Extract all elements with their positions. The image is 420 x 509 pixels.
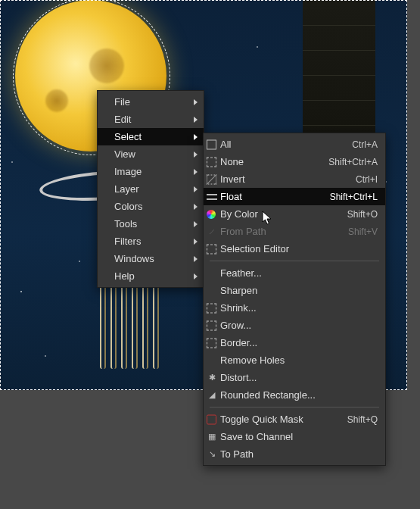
submenu-item-distort[interactable]: ✱ Distort... [204,369,385,386]
submenu-item-grow[interactable]: Grow... [204,317,385,334]
submenu-item-none[interactable]: None Shift+Ctrl+A [204,153,385,170]
submenu-item-by-color[interactable]: By Color Shift+O [204,205,385,223]
submenu-arrow-icon [194,239,198,245]
menu-label: Float [220,191,330,202]
submenu-item-float[interactable]: Float Shift+Ctrl+L [204,188,385,205]
border-icon [207,338,216,348]
menu-item-file[interactable]: File [98,93,204,111]
submenu-item-toggle-quick-mask[interactable]: Toggle Quick Mask Shift+Q [204,411,385,428]
submenu-item-shrink[interactable]: Shrink... [204,299,385,317]
menu-item-view[interactable]: View [98,145,204,163]
select-submenu: All Ctrl+A None Shift+Ctrl+A Invert Ctrl… [203,133,386,466]
menu-separator [210,407,379,408]
menu-accel: Ctrl+A [352,139,378,150]
float-icon [207,194,217,200]
menu-label: Sharpen [220,285,378,296]
submenu-arrow-icon [194,134,198,140]
menu-label: Invert [220,173,356,185]
submenu-arrow-icon [194,169,198,175]
menu-label: Select [114,131,196,142]
from-path-icon: ⟋ [207,226,217,237]
menu-label: Distort... [220,372,378,383]
submenu-arrow-icon [194,186,198,192]
submenu-item-sharpen[interactable]: Sharpen [204,282,385,299]
menu-accel: Ctrl+I [356,174,378,185]
submenu-arrow-icon [194,256,198,262]
menu-label: File [114,96,196,108]
submenu-arrow-icon [194,117,198,123]
by-color-icon [207,210,216,219]
menu-accel: Shift+O [347,209,378,220]
submenu-item-save-to-channel[interactable]: ▦ Save to Channel [204,428,385,445]
menu-item-select[interactable]: Select [98,128,204,145]
select-none-icon [207,157,216,167]
submenu-item-to-path[interactable]: ↘ To Path [204,445,385,463]
menu-label: Windows [114,253,196,264]
menu-accel: Shift+Ctrl+A [328,157,378,167]
menu-accel: Shift+Q [347,414,378,425]
menu-item-layer[interactable]: Layer [98,180,204,198]
submenu-item-rounded-rectangle[interactable]: ◢ Rounded Rectangle... [204,386,385,404]
menu-label: Layer [114,183,196,195]
invert-icon [207,174,216,184]
grow-icon [207,320,216,330]
menu-label: None [220,156,328,167]
menu-item-windows[interactable]: Windows [98,250,204,267]
menu-label: Remove Holes [220,354,378,366]
shrink-icon [207,303,216,313]
menu-label: Edit [114,114,196,125]
menu-accel: Shift+Ctrl+L [330,192,378,202]
submenu-item-all[interactable]: All Ctrl+A [204,136,385,153]
menu-label: To Path [220,448,378,460]
menu-label: Selection Editor [220,243,378,254]
menu-label: Colors [114,201,196,212]
selection-editor-icon [207,244,216,254]
menu-item-image[interactable]: Image [98,163,204,180]
submenu-arrow-icon [194,273,198,279]
menu-item-edit[interactable]: Edit [98,111,204,128]
submenu-arrow-icon [194,221,198,227]
menu-label: Shrink... [220,302,378,314]
submenu-arrow-icon [194,99,198,105]
menu-separator [210,261,379,261]
menu-label: Feather... [220,267,378,279]
submenu-item-feather[interactable]: Feather... [204,264,385,282]
menu-label: Border... [220,337,378,348]
select-all-icon [207,139,216,149]
menu-label: Toggle Quick Mask [220,414,347,425]
menu-label: Help [114,270,196,282]
menu-item-filters[interactable]: Filters [98,233,204,250]
to-path-icon: ↘ [207,449,217,460]
menu-label: Tools [114,218,196,230]
menu-item-help[interactable]: Help [98,267,204,285]
submenu-item-selection-editor[interactable]: Selection Editor [204,240,385,258]
submenu-item-from-path: ⟋ From Path Shift+V [204,223,385,240]
main-menu: File Edit Select View Image Layer Colors… [97,90,204,288]
quick-mask-icon [207,414,216,424]
menu-accel: Shift+V [348,226,378,237]
distort-icon: ✱ [207,373,217,383]
menu-item-colors[interactable]: Colors [98,198,204,215]
menu-label: Filters [114,236,196,247]
menu-label: Image [114,166,196,177]
submenu-item-invert[interactable]: Invert Ctrl+I [204,170,385,188]
submenu-item-border[interactable]: Border... [204,334,385,351]
save-to-channel-icon: ▦ [207,432,217,442]
menu-label: Grow... [220,320,378,331]
submenu-arrow-icon [194,151,198,158]
menu-label: Save to Channel [220,431,378,442]
submenu-arrow-icon [194,204,198,210]
menu-label: All [220,139,352,150]
menu-label: From Path [220,226,348,237]
submenu-item-remove-holes[interactable]: Remove Holes [204,351,385,369]
menu-label: Rounded Rectangle... [220,389,378,401]
menu-label: By Color [220,208,347,220]
menu-label: View [114,148,196,160]
brick-pillar [303,0,375,151]
menu-item-tools[interactable]: Tools [98,215,204,233]
rounded-rectangle-icon: ◢ [207,390,217,401]
